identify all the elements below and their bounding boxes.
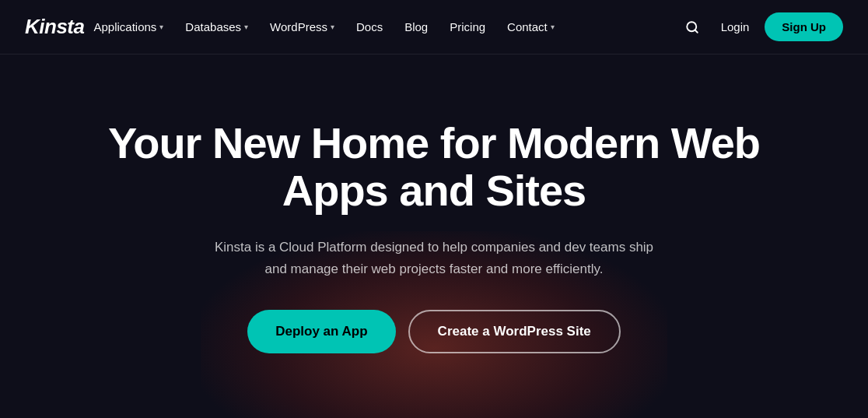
nav-label-applications: Applications [93, 20, 156, 33]
chevron-down-icon: ▾ [159, 23, 163, 31]
nav-label-pricing: Pricing [450, 20, 485, 33]
chevron-down-icon: ▾ [331, 23, 334, 31]
chevron-down-icon: ▾ [244, 23, 248, 31]
search-icon [685, 20, 699, 34]
nav-right: Login Sign Up [679, 12, 843, 41]
nav-item-applications[interactable]: Applications ▾ [84, 14, 173, 40]
nav-label-wordpress: WordPress [270, 20, 327, 33]
nav-label-databases: Databases [185, 20, 241, 33]
logo[interactable]: Kinsta [25, 15, 84, 39]
nav-label-docs: Docs [356, 20, 383, 33]
nav-label-contact: Contact [507, 20, 548, 33]
navbar: Kinsta Applications ▾ Databases ▾ WordPr… [0, 0, 868, 54]
hero-subtitle: Kinsta is a Cloud Platform designed to h… [208, 237, 660, 280]
nav-item-pricing[interactable]: Pricing [440, 14, 495, 40]
login-button[interactable]: Login [721, 20, 750, 33]
hero-title: Your New Home for Modern Web Apps and Si… [93, 119, 775, 215]
signup-button[interactable]: Sign Up [765, 12, 843, 41]
hero-buttons: Deploy an App Create a WordPress Site [93, 310, 775, 353]
nav-item-wordpress[interactable]: WordPress ▾ [261, 14, 344, 40]
nav-item-contact[interactable]: Contact ▾ [498, 14, 564, 40]
create-wordpress-button[interactable]: Create a WordPress Site [408, 310, 621, 353]
nav-links: Applications ▾ Databases ▾ WordPress ▾ D… [84, 14, 678, 40]
nav-label-blog: Blog [404, 20, 428, 33]
deploy-app-button[interactable]: Deploy an App [247, 310, 395, 353]
svg-line-1 [695, 30, 697, 32]
nav-item-docs[interactable]: Docs [347, 14, 392, 40]
search-button[interactable] [679, 17, 705, 37]
hero-content: Your New Home for Modern Web Apps and Si… [93, 119, 775, 353]
nav-item-databases[interactable]: Databases ▾ [176, 14, 257, 40]
chevron-down-icon: ▾ [551, 23, 555, 31]
hero-section: Your New Home for Modern Web Apps and Si… [0, 54, 868, 418]
nav-item-blog[interactable]: Blog [395, 14, 437, 40]
